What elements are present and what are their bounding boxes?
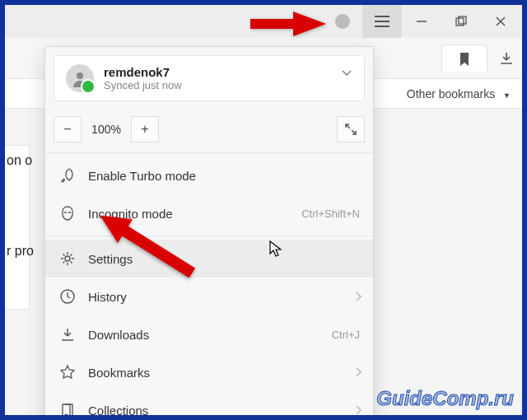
menu-item-collections[interactable]: Collections bbox=[45, 391, 373, 420]
other-bookmarks-label: Other bookmarks bbox=[407, 87, 495, 100]
annotation-arrow bbox=[293, 12, 326, 36]
zoom-value: 100% bbox=[82, 123, 131, 136]
main-menu: remdenok7 Synced just now − 100% + Enabl… bbox=[44, 46, 374, 420]
plus-icon: + bbox=[141, 122, 148, 137]
avatar bbox=[66, 64, 94, 92]
menu-label: Bookmarks bbox=[88, 366, 150, 380]
minus-icon: − bbox=[63, 122, 71, 137]
close-icon bbox=[495, 16, 506, 27]
other-bookmarks-button[interactable]: Other bookmarks ▼ bbox=[407, 87, 511, 100]
watermark: GuideComp.ru bbox=[376, 387, 514, 410]
cursor-icon bbox=[268, 240, 283, 258]
incognito-icon bbox=[58, 204, 77, 222]
star-icon bbox=[58, 363, 77, 381]
menu-item-settings[interactable]: Settings bbox=[45, 240, 373, 278]
download-button[interactable] bbox=[499, 51, 514, 66]
side-panel bbox=[5, 145, 30, 310]
page-text-fragment: r pro bbox=[7, 244, 34, 259]
chevron-right-icon bbox=[355, 292, 361, 301]
minimize-button[interactable] bbox=[402, 5, 441, 38]
menu-label: History bbox=[88, 290, 127, 304]
menu-item-downloads[interactable]: Downloads Ctrl+J bbox=[45, 315, 373, 353]
close-button[interactable] bbox=[481, 5, 520, 38]
circle-icon bbox=[333, 12, 352, 30]
maximize-icon bbox=[455, 16, 467, 27]
chevron-right-icon bbox=[355, 367, 361, 377]
account-name: remdenok7 bbox=[104, 65, 182, 79]
svg-point-4 bbox=[65, 256, 70, 261]
menu-label: Collections bbox=[88, 404, 148, 418]
menu-item-turbo[interactable]: Enable Turbo mode bbox=[45, 156, 373, 194]
separator bbox=[45, 152, 373, 153]
fullscreen-button[interactable] bbox=[337, 116, 365, 142]
menu-item-bookmarks[interactable]: Bookmarks bbox=[45, 353, 373, 391]
hamburger-button[interactable] bbox=[362, 5, 402, 38]
download-icon bbox=[499, 51, 514, 66]
menu-label: Settings bbox=[88, 252, 133, 266]
collections-icon bbox=[58, 401, 77, 419]
menu-shortcut: Ctrl+Shift+N bbox=[301, 208, 360, 220]
fullscreen-icon bbox=[344, 123, 357, 136]
bookmark-icon bbox=[459, 52, 470, 67]
bookmark-tab[interactable] bbox=[441, 44, 487, 72]
account-status: Synced just now bbox=[104, 79, 182, 91]
account-card[interactable]: remdenok7 Synced just now bbox=[54, 55, 365, 101]
zoom-out-button[interactable]: − bbox=[54, 116, 82, 142]
menu-label: Enable Turbo mode bbox=[88, 169, 196, 183]
maximize-button[interactable] bbox=[441, 5, 481, 38]
separator bbox=[45, 236, 373, 236]
menu-shortcut: Ctrl+J bbox=[332, 329, 360, 341]
gear-icon bbox=[58, 250, 77, 268]
zoom-in-button[interactable]: + bbox=[131, 116, 159, 142]
minimize-icon bbox=[416, 16, 427, 27]
hamburger-icon bbox=[375, 16, 389, 27]
download-icon bbox=[58, 325, 77, 343]
menu-label: Downloads bbox=[88, 328, 149, 342]
chevron-down-icon bbox=[341, 69, 352, 77]
rocket-icon bbox=[58, 166, 77, 184]
page-text-fragment: on o bbox=[7, 153, 32, 168]
svg-point-0 bbox=[335, 14, 350, 29]
svg-point-3 bbox=[77, 72, 83, 79]
caret-down-icon: ▼ bbox=[503, 91, 511, 100]
menu-item-history[interactable]: History bbox=[45, 278, 373, 315]
zoom-row: − 100% + bbox=[45, 110, 373, 149]
person-icon bbox=[71, 69, 89, 87]
history-icon bbox=[58, 287, 77, 306]
chevron-right-icon bbox=[355, 405, 361, 415]
